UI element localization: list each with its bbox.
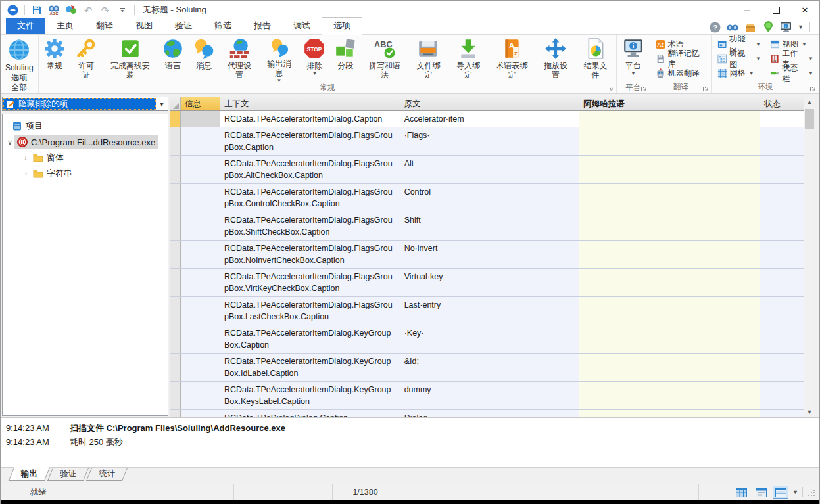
vertical-scrollbar[interactable]: ▲ ▼: [804, 97, 814, 417]
row-indicator[interactable]: [170, 127, 181, 155]
cell-status[interactable]: [760, 127, 805, 155]
select-all-corner[interactable]: [170, 97, 181, 110]
redo-button[interactable]: ↷: [99, 3, 112, 16]
dialog-launcher-icon[interactable]: [809, 85, 817, 92]
cell-info[interactable]: [181, 410, 220, 417]
cell-source[interactable]: ·Flags·: [400, 127, 580, 155]
cell-status[interactable]: [760, 325, 805, 353]
dialog-launcher-icon[interactable]: [607, 85, 614, 92]
row-indicator[interactable]: [170, 269, 181, 296]
table-row[interactable]: RCData.TPeAcceleratorItemDialog.FlagsGro…: [170, 156, 805, 184]
cell-info[interactable]: [181, 184, 220, 212]
machine-translation-button[interactable]: 机器翻译: [654, 67, 708, 80]
tab-debug[interactable]: 调试: [282, 18, 322, 34]
cell-info[interactable]: [181, 354, 220, 381]
row-indicator[interactable]: [170, 325, 181, 353]
tab-view[interactable]: 视图: [124, 18, 164, 34]
cell-source[interactable]: No·invert: [400, 241, 580, 268]
column-header-context[interactable]: 上下文: [220, 97, 400, 110]
cell-source[interactable]: Alt: [400, 156, 580, 183]
cell-context[interactable]: RCData.TPeAcceleratorItemDialog.FlagsGro…: [220, 297, 400, 325]
cell-info[interactable]: [181, 297, 220, 325]
app-menu-button[interactable]: [6, 3, 19, 16]
cell-info[interactable]: [181, 156, 220, 183]
tab-file[interactable]: 文件: [6, 18, 45, 34]
cell-status[interactable]: [760, 184, 805, 212]
glossary-binding-button[interactable]: Az 术语表绑定: [488, 35, 535, 83]
row-indicator[interactable]: [170, 156, 181, 183]
cell-translation[interactable]: [579, 410, 760, 417]
cell-info[interactable]: [181, 269, 220, 296]
cell-context[interactable]: RCData.TPeAcceleratorItemDialog.KeyGroup…: [220, 382, 400, 409]
cell-source[interactable]: Last·entry: [400, 297, 580, 325]
cell-source[interactable]: &Id:: [400, 354, 580, 381]
cell-translation[interactable]: [579, 297, 760, 325]
help-button[interactable]: ?: [709, 21, 721, 33]
cell-source[interactable]: Accelerator·item: [400, 111, 580, 127]
dialog-launcher-icon[interactable]: [640, 85, 648, 92]
table-row[interactable]: RCData.TPeAcceleratorItemDialog.KeyGroup…: [170, 354, 805, 382]
platform-button[interactable]: i 平台 ▼: [617, 35, 649, 83]
cell-status[interactable]: [760, 241, 805, 268]
import-binding-button[interactable]: 导入绑定: [448, 35, 489, 83]
location-button[interactable]: [762, 21, 774, 33]
column-header-status[interactable]: 状态: [760, 97, 805, 110]
column-header-amharic[interactable]: 阿姆哈拉语: [579, 97, 760, 110]
row-indicator[interactable]: [170, 354, 181, 381]
cell-source[interactable]: Dialog: [400, 410, 580, 417]
spelling-grammar-button[interactable]: ABC 拼写和语法: [361, 35, 408, 83]
cell-status[interactable]: [760, 269, 805, 296]
cell-translation[interactable]: [579, 184, 760, 212]
cell-context[interactable]: RCData.TPeAcceleratorItemDialog.FlagsGro…: [220, 269, 400, 296]
cell-translation[interactable]: [579, 325, 760, 353]
form-view-button[interactable]: [753, 486, 769, 499]
chevron-down-icon[interactable]: ▼: [798, 24, 804, 30]
row-indicator[interactable]: [170, 212, 181, 240]
cell-status[interactable]: [760, 354, 805, 381]
table-row[interactable]: RCData.TPeAcceleratorItemDialog.KeyGroup…: [170, 325, 805, 354]
tree-view-button[interactable]: 树视图 ▼: [715, 53, 763, 65]
table-row[interactable]: RCData.TPeAcceleratorItemDialog.FlagsGro…: [170, 297, 805, 325]
table-row[interactable]: RCData.TPeAcceleratorItemDialog.FlagsGro…: [170, 212, 805, 241]
output-messages-button[interactable]: 输出消息 ▼: [259, 35, 299, 83]
cell-status[interactable]: [760, 410, 805, 417]
segmentation-button[interactable]: 分段: [330, 35, 361, 83]
cell-status[interactable]: [760, 297, 805, 325]
platform-quick-button[interactable]: i: [780, 21, 792, 33]
cell-translation[interactable]: [579, 156, 760, 183]
cell-translation[interactable]: [579, 382, 760, 409]
tab-options[interactable]: 选项: [322, 17, 362, 35]
grid-view-button[interactable]: [733, 486, 749, 499]
find-button[interactable]: [727, 21, 738, 33]
tab-validation[interactable]: 验证: [47, 468, 89, 481]
cell-context[interactable]: RCData.TPeAcceleratorItemDialog.FlagsGro…: [220, 212, 400, 240]
cell-status[interactable]: [760, 156, 805, 183]
scrollbar-thumb[interactable]: [805, 109, 814, 129]
maximize-button[interactable]: [761, 1, 790, 18]
table-row[interactable]: RCData.TPeAcceleratorItemDialog.FlagsGro…: [170, 269, 805, 297]
proxy-settings-button[interactable]: 代理设置: [220, 35, 260, 83]
scroll-up-button[interactable]: ▲: [804, 97, 815, 107]
tree-item-project[interactable]: 项目: [3, 118, 168, 134]
scroll-down-button[interactable]: ▼: [804, 407, 815, 417]
cell-source[interactable]: dummy: [400, 382, 580, 409]
tab-statistics[interactable]: 统计: [86, 468, 128, 481]
row-indicator[interactable]: [170, 111, 181, 127]
cell-source[interactable]: Control: [400, 184, 580, 212]
table-row[interactable]: RCData.TPeAcceleratorItemDialog.Caption …: [170, 111, 805, 127]
tab-translate[interactable]: 翻译: [85, 18, 124, 34]
cell-translation[interactable]: [579, 241, 760, 268]
cell-translation[interactable]: [579, 354, 760, 381]
resize-grip[interactable]: [807, 488, 815, 497]
tab-home[interactable]: 主页: [45, 18, 85, 34]
messages-button[interactable]: 消息: [189, 35, 220, 83]
table-row[interactable]: RCData.TPeAcceleratorItemDialog.KeyGroup…: [170, 382, 805, 410]
cell-context[interactable]: RCData.TPeAcceleratorItemDialog.KeyGroup…: [220, 354, 400, 381]
cell-context[interactable]: RCData.TPeAcceleratorItemDialog.FlagsGro…: [220, 241, 400, 268]
tree-item-strings[interactable]: › 字符串: [3, 166, 168, 181]
cell-translation[interactable]: [579, 111, 760, 127]
cell-translation[interactable]: [579, 269, 760, 296]
cell-context[interactable]: RCData.TPeAcceleratorItemDialog.FlagsGro…: [220, 156, 400, 183]
license-button[interactable]: 许可证: [70, 35, 103, 83]
table-row[interactable]: RCData.TPeAcceleratorItemDialog.FlagsGro…: [170, 184, 805, 212]
